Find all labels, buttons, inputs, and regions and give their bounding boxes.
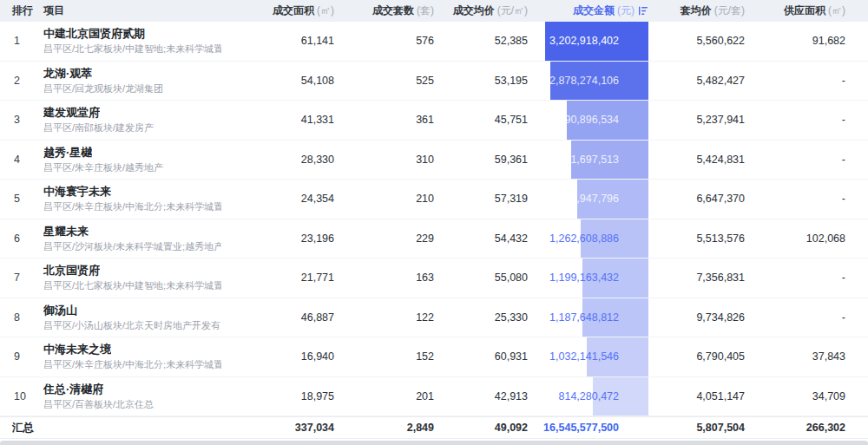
- table-row[interactable]: 8 御汤山 昌平区/小汤山板块/北京天时房地产开发有... 46,887 122…: [0, 298, 868, 338]
- column-label: 套均价: [681, 3, 712, 18]
- project-subtitle: 昌平区/沙河板块/未来科学城置业;越秀地产: [43, 240, 221, 253]
- column-header-units[interactable]: 成交套数 (套): [334, 0, 434, 22]
- unit-price-cell: 6,647,370: [648, 180, 745, 219]
- project-subtitle: 昌平区/北七家板块/中建智地;未来科学城置...: [43, 43, 221, 56]
- table-row[interactable]: 6 星耀未来 昌平区/沙河板块/未来科学城置业;越秀地产 23,196 229 …: [0, 219, 868, 259]
- column-header-avg-price[interactable]: 成交均价 (元/㎡): [434, 0, 528, 22]
- avg-price-cell: 52,385: [434, 22, 528, 61]
- area-cell: 61,141: [230, 22, 334, 61]
- column-header-rank[interactable]: 排行: [0, 0, 43, 22]
- unit-price-cell: 7,356,831: [648, 258, 745, 298]
- column-label: 项目: [43, 3, 64, 18]
- units-cell: 122: [334, 298, 434, 337]
- amount-value: 1,199,163,432: [549, 272, 619, 284]
- amount-cell: 2,878,274,106: [528, 62, 648, 101]
- column-label: 排行: [12, 3, 33, 18]
- project-cell: 北京国贤府 昌平区/北七家板块/中建智地;未来科学城置...: [43, 258, 230, 298]
- column-unit: (㎡): [317, 3, 334, 18]
- column-label: 成交套数: [372, 3, 414, 18]
- summary-avg-price: 49,092: [434, 417, 528, 438]
- area-cell: 24,354: [230, 180, 334, 219]
- project-subtitle: 昌平区/百善板块/北京住总: [43, 398, 154, 411]
- project-cell: 星耀未来 昌平区/沙河板块/未来科学城置业;越秀地产: [43, 219, 230, 258]
- rank-number: 10: [14, 390, 26, 402]
- column-label: 供应面积: [784, 3, 825, 18]
- project-cell: 建发观堂府 昌平区/南邵板块/建发房产: [43, 101, 230, 140]
- units-cell: 152: [334, 337, 434, 376]
- avg-price-cell: 25,330: [434, 298, 528, 337]
- units-cell: 576: [334, 22, 434, 61]
- project-name: 龙湖·观萃: [43, 66, 92, 81]
- table-row[interactable]: 4 越秀·星樾 昌平区/朱辛庄板块/越秀地产 28,330 310 59,361…: [0, 141, 868, 180]
- units-cell: 229: [334, 219, 434, 258]
- area-cell: 18,975: [230, 377, 334, 416]
- table-row[interactable]: 1 中建北京国贤府贰期 昌平区/北七家板块/中建智地;未来科学城置... 61,…: [0, 22, 868, 62]
- project-name: 越秀·星樾: [43, 145, 92, 160]
- project-cell: 中海未来之境 昌平区/朱辛庄板块/中海北分;未来科学城置...: [43, 337, 230, 376]
- amount-value: 1,032,141,546: [549, 350, 619, 363]
- amount-value: 1,890,896,534: [549, 114, 619, 126]
- column-unit: (元/㎡): [497, 3, 528, 18]
- summary-supply: 266,302: [745, 417, 845, 438]
- supply-cell: 37,843: [745, 337, 845, 376]
- column-label: 成交面积: [273, 3, 314, 18]
- project-name: 星耀未来: [43, 224, 89, 239]
- amount-cell: 1,187,648,812: [528, 298, 648, 337]
- table-row[interactable]: 7 北京国贤府 昌平区/北七家板块/中建智地;未来科学城置... 21,771 …: [0, 258, 868, 298]
- table-row[interactable]: 2 龙湖·观萃 昌平区/回龙观板块/龙湖集团 54,108 525 53,195…: [0, 62, 868, 101]
- summary-label: 汇总: [0, 417, 43, 438]
- column-header-unit-price[interactable]: 套均价 (元/套): [648, 0, 745, 22]
- rank-number: 2: [14, 75, 20, 87]
- table-header: 排行 项目 成交面积 (㎡) 成交套数 (套) 成交均价 (元/㎡) 成交金额 …: [0, 0, 868, 22]
- sort-descending-icon[interactable]: [638, 5, 648, 16]
- column-header-project[interactable]: 项目: [43, 0, 230, 22]
- amount-value: 1,187,648,812: [549, 311, 619, 324]
- avg-price-cell: 45,751: [434, 101, 528, 140]
- rank-cell: 10: [0, 377, 43, 416]
- supply-cell: 34,709: [745, 377, 845, 416]
- area-cell: 46,887: [230, 298, 334, 337]
- supply-cell: -: [745, 180, 845, 219]
- column-header-area[interactable]: 成交面积 (㎡): [230, 0, 334, 22]
- rank-number: 1: [14, 35, 20, 47]
- amount-value: 1,262,608,886: [549, 232, 619, 245]
- amount-cell: 1,681,697,513: [528, 141, 648, 180]
- column-label: 成交均价: [453, 3, 495, 18]
- amount-value: 814,280,472: [558, 390, 619, 402]
- unit-price-cell: 4,051,147: [648, 377, 745, 416]
- summary-amount: 16,545,577,500: [528, 417, 648, 438]
- amount-cell: 1,890,896,534: [528, 101, 648, 140]
- avg-price-cell: 54,432: [434, 219, 528, 258]
- project-subtitle: 昌平区/朱辛庄板块/越秀地产: [43, 161, 163, 174]
- column-unit: (元/套): [714, 3, 745, 18]
- table-row[interactable]: 9 中海未来之境 昌平区/朱辛庄板块/中海北分;未来科学城置... 16,940…: [0, 337, 868, 377]
- supply-cell: -: [745, 101, 845, 140]
- project-subtitle: 昌平区/南邵板块/建发房产: [43, 121, 154, 134]
- rank-number: 9: [14, 350, 20, 363]
- area-cell: 41,331: [230, 101, 334, 140]
- rank-cell: 4: [0, 141, 43, 180]
- column-label: 成交金额: [573, 3, 615, 18]
- avg-price-cell: 60,931: [434, 337, 528, 376]
- column-header-supply[interactable]: 供应面积 (㎡): [745, 0, 845, 22]
- unit-price-cell: 5,560,622: [648, 22, 745, 61]
- avg-price-cell: 55,080: [434, 258, 528, 298]
- rank-cell: 2: [0, 62, 43, 101]
- table-row[interactable]: 3 建发观堂府 昌平区/南邵板块/建发房产 41,331 361 45,751 …: [0, 101, 868, 141]
- rank-number: 7: [14, 272, 20, 284]
- table-row[interactable]: 10 住总·清樾府 昌平区/百善板块/北京住总 18,975 201 42,91…: [0, 377, 868, 417]
- supply-cell: -: [745, 62, 845, 101]
- table-row[interactable]: 5 中海寰宇未来 昌平区/朱辛庄板块/中海北分;未来科学城置... 24,354…: [0, 180, 868, 219]
- amount-cell: 1,199,163,432: [528, 258, 648, 298]
- horizontal-scrollbar[interactable]: [0, 441, 868, 445]
- units-cell: 361: [334, 101, 434, 140]
- rank-number: 4: [14, 154, 20, 166]
- column-header-amount-sorted[interactable]: 成交金额 (元): [528, 0, 648, 22]
- project-subtitle: 昌平区/小汤山板块/北京天时房地产开发有...: [43, 319, 221, 332]
- project-cell: 龙湖·观萃 昌平区/回龙观板块/龙湖集团: [43, 62, 230, 101]
- project-name: 中建北京国贤府贰期: [43, 26, 145, 41]
- unit-price-cell: 5,424,831: [648, 141, 745, 180]
- units-cell: 310: [334, 141, 434, 180]
- project-name: 御汤山: [43, 303, 77, 317]
- rank-number: 8: [14, 311, 20, 324]
